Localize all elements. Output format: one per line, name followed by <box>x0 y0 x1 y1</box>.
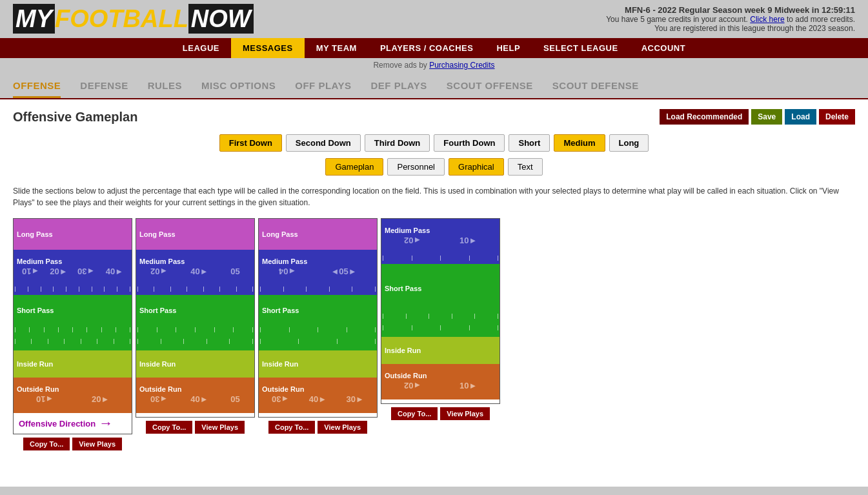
long-pass-zone-1: Long Pass <box>14 219 132 250</box>
medium-button[interactable]: Medium <box>554 134 605 152</box>
tab-def-plays[interactable]: DEF PLAYS <box>371 80 427 98</box>
field-section-2: Long Pass Medium Pass ◄02 40► 05 <box>136 218 255 450</box>
personnel-button[interactable]: Personnel <box>387 158 445 176</box>
section-3-buttons: Copy To... View Plays <box>268 421 367 434</box>
page-tabs: OFFENSE DEFENSE RULES MISC OPTIONS OFF P… <box>0 72 868 99</box>
first-down-button[interactable]: First Down <box>219 134 282 152</box>
nav-league[interactable]: LEAGUE <box>171 38 231 58</box>
copy-to-button-2[interactable]: Copy To... <box>146 421 192 434</box>
nav-select-league[interactable]: SELECT LEAGUE <box>532 38 630 58</box>
graphical-button[interactable]: Graphical <box>449 158 504 176</box>
credits-link[interactable]: Click here <box>750 15 784 24</box>
load-button[interactable]: Load <box>785 109 816 125</box>
copy-to-button-1[interactable]: Copy To... <box>23 438 70 450</box>
save-button[interactable]: Save <box>751 109 782 125</box>
tab-off-plays[interactable]: OFF PLAYS <box>295 80 351 98</box>
medium-pass-zone-1: Medium Pass ◄10 20► ◄30 40► <box>14 250 132 285</box>
inside-run-zone-4: Inside Run <box>381 337 500 364</box>
yard-numbers-bottom-1: ◄10 20► <box>14 393 132 405</box>
view-plays-button-4[interactable]: View Plays <box>440 407 490 420</box>
description: Slide the sections below to adjust the p… <box>13 185 855 208</box>
view-plays-button-2[interactable]: View Plays <box>195 421 245 434</box>
view-plays-button-1[interactable]: View Plays <box>72 438 122 450</box>
field-section-1: Long Pass Medium Pass ◄10 20► ◄30 40► <box>13 218 132 450</box>
copy-to-button-4[interactable]: Copy To... <box>391 407 438 420</box>
field-visual-2: Long Pass Medium Pass ◄02 40► 05 <box>136 218 255 418</box>
action-buttons: Load Recommended Save Load Delete <box>660 109 855 125</box>
second-down-button[interactable]: Second Down <box>286 134 361 152</box>
sub-header: Remove ads by Purchasing Credits <box>0 58 868 72</box>
field-sections: Long Pass Medium Pass ◄10 20► ◄30 40► <box>13 218 855 450</box>
field-visual-4: Medium Pass ◄02 10► Short Pass <box>381 218 500 404</box>
tab-defense[interactable]: DEFENSE <box>80 80 128 98</box>
third-down-button[interactable]: Third Down <box>365 134 430 152</box>
gameplan-button[interactable]: Gameplan <box>325 158 383 176</box>
page-title: Offensive Gameplan <box>13 110 137 125</box>
delete-button[interactable]: Delete <box>819 109 855 125</box>
fourth-down-button[interactable]: Fourth Down <box>434 134 505 152</box>
section-2-buttons: Copy To... View Plays <box>146 421 245 434</box>
field-visual-1: Long Pass Medium Pass ◄10 20► ◄30 40► <box>13 218 132 434</box>
field-visual-3: Long Pass Medium Pass ◄04 ◄05► Short Pas… <box>258 218 378 418</box>
tab-misc-options[interactable]: MISC OPTIONS <box>201 80 276 98</box>
nav-account[interactable]: ACCOUNT <box>630 38 698 58</box>
field-section-3: Long Pass Medium Pass ◄04 ◄05► Short Pas… <box>258 218 378 450</box>
text-button[interactable]: Text <box>508 158 543 176</box>
tab-rules[interactable]: RULES <box>148 80 182 98</box>
tab-scout-defense[interactable]: SCOUT DEFENSE <box>552 80 639 98</box>
view-plays-button-3[interactable]: View Plays <box>318 421 367 434</box>
game-info: MFN-6 - 2022 Regular Season week 9 Midwe… <box>606 5 855 15</box>
field-section-4: Medium Pass ◄02 10► Short Pass <box>381 218 500 450</box>
nav-players[interactable]: PLAYERS / COACHES <box>368 38 485 58</box>
down-buttons: First Down Second Down Third Down Fourth… <box>13 134 855 152</box>
inside-run-zone-1: Inside Run <box>14 350 132 378</box>
nav-messages[interactable]: MESSAGES <box>231 38 305 58</box>
nav-myteam[interactable]: MY TEAM <box>305 38 368 58</box>
long-button[interactable]: Long <box>609 134 649 152</box>
direction-row-1: Offensive Direction → <box>14 413 132 434</box>
season-info: You are registered in this league throug… <box>606 24 855 33</box>
view-buttons: Gameplan Personnel Graphical Text <box>13 158 855 176</box>
nav-help[interactable]: HELP <box>485 38 532 58</box>
header-info: MFN-6 - 2022 Regular Season week 9 Midwe… <box>606 5 855 33</box>
credits-info: You have 5 game credits in your account.… <box>606 15 855 24</box>
yard-numbers-1: ◄10 20► ◄30 40► <box>14 265 132 278</box>
section-4-buttons: Copy To... View Plays <box>391 407 490 420</box>
section-1-buttons: Copy To... View Plays <box>23 438 122 450</box>
load-recommended-button[interactable]: Load Recommended <box>660 109 749 125</box>
short-pass-zone-1: Short Pass <box>14 295 132 326</box>
tab-scout-offense[interactable]: SCOUT OFFENSE <box>447 80 533 98</box>
outside-run-zone-1: Outside Run ◄10 20► <box>14 378 132 413</box>
copy-to-button-3[interactable]: Copy To... <box>268 421 315 434</box>
purchasing-credits-link[interactable]: Purchasing Credits <box>429 61 494 70</box>
short-button[interactable]: Short <box>509 134 550 152</box>
logo: MYFOOTBALLNOW <box>13 5 254 33</box>
main-nav: LEAGUE MESSAGES MY TEAM PLAYERS / COACHE… <box>0 38 868 58</box>
tab-offense[interactable]: OFFENSE <box>13 80 61 98</box>
